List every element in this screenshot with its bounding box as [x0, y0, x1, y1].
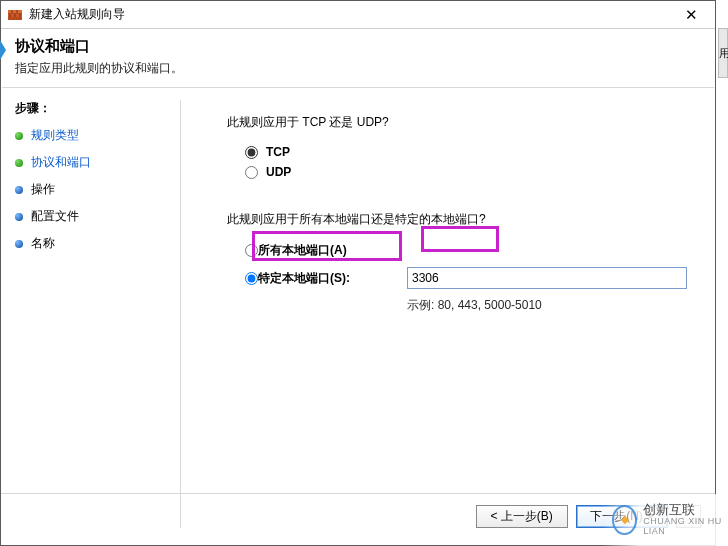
- protocol-question: 此规则应用于 TCP 还是 UDP?: [227, 114, 687, 131]
- titlebar: 新建入站规则向导 ✕: [1, 1, 715, 29]
- label-specific-ports: 特定本地端口(S):: [258, 270, 350, 287]
- window-title: 新建入站规则向导: [29, 6, 671, 23]
- wizard-window: 新建入站规则向导 ✕ 协议和端口 指定应用此规则的协议和端口。 步骤： 规则类型…: [0, 0, 716, 546]
- radio-tcp[interactable]: [245, 146, 258, 159]
- back-button[interactable]: < 上一步(B): [476, 505, 568, 528]
- port-question: 此规则应用于所有本地端口还是特定的本地端口?: [227, 211, 687, 228]
- background-window-fragment: 用: [718, 28, 728, 78]
- next-button[interactable]: 下一步(N) >: [576, 505, 668, 528]
- bullet-current-icon: [15, 159, 23, 167]
- step-rule-type[interactable]: 规则类型: [15, 127, 170, 144]
- step-protocol-ports[interactable]: 协议和端口: [15, 154, 170, 171]
- option-specific-ports-row: 特定本地端口(S):: [245, 267, 687, 289]
- wizard-header: 协议和端口 指定应用此规则的协议和端口。: [1, 29, 715, 87]
- option-all-ports-row: 所有本地端口(A): [245, 242, 687, 259]
- bullet-done-icon: [15, 132, 23, 140]
- bullet-todo-icon: [15, 186, 23, 194]
- radio-specific-ports[interactable]: [245, 272, 258, 285]
- steps-panel: 步骤： 规则类型 协议和端口 操作 配置文件 名称: [1, 88, 180, 528]
- svg-marker-0: [0, 40, 6, 60]
- bullet-todo-icon: [15, 240, 23, 248]
- option-udp-row: UDP: [245, 165, 687, 179]
- partial-button[interactable]: [676, 505, 701, 528]
- firewall-icon: [7, 7, 23, 23]
- page-subtitle: 指定应用此规则的协议和端口。: [15, 60, 701, 77]
- option-tcp-row: TCP: [245, 145, 687, 159]
- label-tcp: TCP: [266, 145, 290, 159]
- label-udp: UDP: [266, 165, 291, 179]
- bullet-todo-icon: [15, 213, 23, 221]
- close-icon: ✕: [685, 6, 698, 24]
- port-input[interactable]: [407, 267, 687, 289]
- content-panel: 此规则应用于 TCP 还是 UDP? TCP UDP 此规则应用于所有本地端口还…: [181, 88, 715, 528]
- radio-all-ports[interactable]: [245, 244, 258, 257]
- step-profile[interactable]: 配置文件: [15, 208, 170, 225]
- port-example: 示例: 80, 443, 5000-5010: [407, 297, 687, 314]
- steps-heading: 步骤：: [15, 100, 170, 117]
- close-button[interactable]: ✕: [671, 2, 711, 28]
- radio-udp[interactable]: [245, 166, 258, 179]
- left-window-edge: [0, 40, 6, 60]
- step-name[interactable]: 名称: [15, 235, 170, 252]
- page-title: 协议和端口: [15, 37, 701, 56]
- svg-rect-2: [8, 10, 22, 13]
- wizard-footer: < 上一步(B) 下一步(N) >: [1, 493, 715, 539]
- label-all-ports: 所有本地端口(A): [258, 242, 347, 259]
- step-action[interactable]: 操作: [15, 181, 170, 198]
